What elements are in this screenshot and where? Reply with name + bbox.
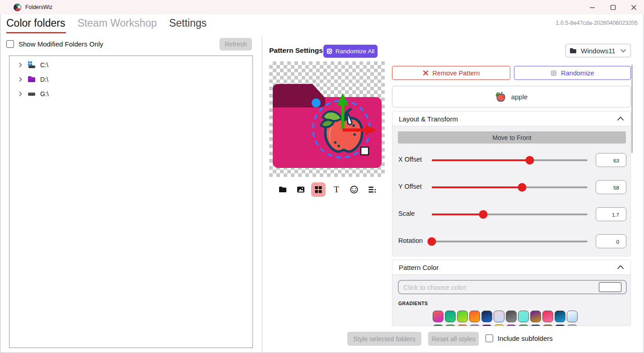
gradient-swatch[interactable] — [542, 311, 553, 322]
tab-color-folders[interactable]: Color folders — [6, 17, 65, 29]
gradient-swatch[interactable] — [518, 325, 529, 326]
pattern-grid-icon[interactable] — [311, 182, 326, 197]
y-offset-slider[interactable] — [432, 186, 588, 188]
apple-icon — [495, 91, 506, 102]
slider-thumb[interactable] — [479, 210, 487, 218]
gradient-swatch[interactable] — [542, 325, 553, 326]
gradient-swatch[interactable] — [506, 311, 517, 322]
include-subfolders-checkbox[interactable] — [485, 334, 493, 342]
rotation-input[interactable] — [596, 234, 626, 248]
layout-transform-header[interactable]: Layout & Transform — [392, 111, 630, 126]
current-color-swatch[interactable] — [599, 282, 621, 292]
y-offset-input[interactable] — [596, 180, 626, 194]
chevron-down-icon — [620, 49, 626, 53]
tab-steam-workshop[interactable]: Steam Workshop — [77, 17, 157, 29]
randomize-all-button[interactable]: Randomize All — [323, 45, 378, 58]
include-subfolders-label: Include subfolders — [498, 334, 553, 342]
theme-select[interactable]: Windows11 — [565, 44, 631, 57]
gradient-swatch[interactable] — [518, 311, 529, 322]
gradient-swatch[interactable] — [445, 311, 456, 322]
chevron-right-icon[interactable] — [17, 76, 24, 83]
emoji-icon[interactable] — [347, 182, 361, 197]
gradient-swatch[interactable] — [433, 311, 443, 322]
rotate-handle[interactable] — [312, 98, 321, 107]
folder-preview-canvas[interactable] — [269, 61, 385, 177]
gradient-swatch[interactable] — [445, 325, 456, 326]
chevron-up-icon[interactable] — [617, 116, 624, 121]
dice-icon — [551, 70, 557, 76]
gradient-swatch[interactable] — [494, 325, 504, 326]
tree-item-label: C:\ — [40, 61, 48, 69]
gradient-swatch[interactable] — [481, 325, 492, 326]
show-modified-checkbox[interactable] — [6, 40, 14, 48]
gradient-swatch[interactable] — [457, 325, 468, 326]
pattern-color-section: Pattern Color Click to choose color: GRA… — [392, 260, 631, 326]
gradient-swatch[interactable] — [530, 311, 541, 322]
gradient-swatch-row — [433, 325, 578, 326]
close-button[interactable] — [623, 0, 644, 14]
minimize-button[interactable] — [582, 0, 602, 14]
gradient-swatch[interactable] — [567, 311, 578, 322]
gradient-swatch[interactable] — [555, 325, 565, 326]
chevron-right-icon[interactable] — [17, 61, 24, 69]
layout-transform-section: Layout & Transform Move to Front X Offse… — [392, 111, 631, 256]
y-offset-slider-row: Y Offset — [392, 180, 631, 194]
image-icon[interactable] — [294, 182, 308, 197]
scale-slider-row: Scale — [392, 207, 631, 221]
x-offset-slider[interactable] — [432, 159, 588, 161]
choose-color-button[interactable]: Click to choose color: — [398, 280, 627, 294]
refresh-button[interactable]: Refresh — [219, 38, 252, 51]
remove-pattern-button[interactable]: Remove Pattern — [392, 66, 510, 80]
scale-input[interactable] — [596, 207, 626, 221]
randomize-all-label: Randomize All — [336, 48, 374, 55]
pattern-color-title: Pattern Color — [399, 264, 439, 271]
pattern-color-header[interactable]: Pattern Color — [392, 260, 630, 275]
slider-thumb[interactable] — [428, 237, 436, 246]
gradient-swatch[interactable] — [457, 311, 468, 322]
rotation-slider-row: Rotation — [392, 234, 631, 248]
reset-all-styles-button[interactable]: Reset all styles — [428, 332, 479, 346]
randomize-button[interactable]: Randomize — [514, 66, 631, 80]
slider-thumb[interactable] — [526, 156, 534, 164]
tree-item-label: G:\ — [40, 90, 49, 98]
folder-icon[interactable] — [275, 182, 290, 197]
gradient-swatch[interactable] — [506, 325, 517, 326]
tree-item-drive-g[interactable]: G:\ — [9, 87, 252, 101]
gradient-swatch[interactable] — [567, 325, 578, 326]
folder-tree: C:\ D:\ G:\ — [9, 56, 253, 348]
tab-settings[interactable]: Settings — [169, 17, 206, 29]
style-selected-folders-button[interactable]: Style selected folders — [347, 332, 421, 346]
scale-handle[interactable] — [361, 147, 369, 155]
gradient-swatch[interactable] — [433, 325, 443, 326]
list-icon[interactable] — [365, 182, 379, 197]
theme-select-value: Windows11 — [580, 47, 616, 55]
chevron-up-icon[interactable] — [617, 265, 624, 269]
main-tabs: Color folders Steam Workshop Settings — [6, 17, 206, 29]
move-to-front-button[interactable]: Move to Front — [398, 131, 626, 144]
text-icon[interactable]: T — [329, 182, 344, 197]
gradients-label: GRADIENTS — [398, 301, 428, 306]
rotation-label: Rotation — [398, 237, 423, 244]
layout-transform-title: Layout & Transform — [399, 115, 458, 123]
drive-icon — [28, 90, 37, 98]
scrollbar-thumb[interactable] — [631, 65, 633, 153]
gradient-swatch[interactable] — [469, 311, 480, 322]
scale-slider[interactable] — [432, 214, 588, 215]
rotation-slider[interactable] — [432, 241, 588, 242]
tree-item-drive-c[interactable]: C:\ — [9, 58, 252, 72]
pattern-controls: Remove Pattern Randomize apple Layout & … — [392, 66, 631, 326]
gradient-swatch[interactable] — [481, 311, 492, 322]
randomize-label: Randomize — [561, 70, 594, 77]
tree-item-drive-d[interactable]: D:\ — [9, 72, 252, 87]
x-offset-label: X Offset — [398, 156, 422, 163]
gradient-swatch[interactable] — [494, 311, 504, 322]
gradient-swatch[interactable] — [530, 325, 541, 326]
gradient-swatch[interactable] — [555, 311, 565, 322]
gradient-swatch[interactable] — [469, 325, 480, 326]
selected-pattern-row[interactable]: apple — [392, 86, 631, 107]
x-offset-slider-row: X Offset — [392, 153, 631, 167]
chevron-right-icon[interactable] — [17, 90, 24, 98]
slider-thumb[interactable] — [518, 183, 527, 191]
x-offset-input[interactable] — [596, 153, 626, 167]
maximize-button[interactable] — [602, 0, 623, 14]
